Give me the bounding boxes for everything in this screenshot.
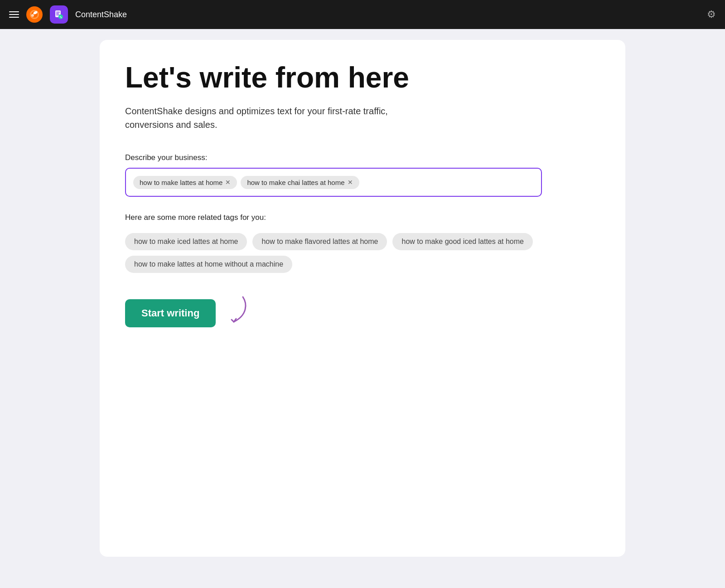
- tag-1: how to make lattes at home ✕: [133, 176, 237, 189]
- page-title: Let's write from here: [125, 62, 600, 93]
- arrow-decoration: [216, 295, 252, 326]
- main-content: Let's write from here ContentShake desig…: [0, 29, 725, 588]
- tag-1-remove[interactable]: ✕: [225, 179, 231, 185]
- navbar: ✎ ContentShake ⚙: [0, 0, 725, 29]
- tag-2-label: how to make chai lattes at home: [247, 179, 344, 186]
- main-card: Let's write from here ContentShake desig…: [100, 40, 625, 557]
- svg-text:✎: ✎: [59, 15, 63, 19]
- tags-input[interactable]: how to make lattes at home ✕ how to make…: [125, 168, 542, 197]
- svg-point-0: [26, 6, 43, 23]
- svg-rect-5: [56, 12, 60, 13]
- settings-icon[interactable]: ⚙: [707, 9, 716, 20]
- app-name: ContentShake: [75, 10, 127, 19]
- page-subtitle: ContentShake designs and optimizes text …: [125, 104, 388, 131]
- suggestion-tags-container: how to make iced lattes at home how to m…: [125, 233, 600, 273]
- svg-point-2: [31, 14, 34, 17]
- navbar-left: ✎ ContentShake: [9, 5, 127, 24]
- app-icon: ✎: [50, 5, 68, 24]
- semrush-logo[interactable]: [26, 6, 43, 23]
- suggestion-tag-1[interactable]: how to make iced lattes at home: [125, 233, 247, 250]
- related-tags-label: Here are some more related tags for you:: [125, 213, 600, 222]
- business-label: Describe your business:: [125, 153, 600, 162]
- suggestion-tag-3[interactable]: how to make good iced lattes at home: [392, 233, 533, 250]
- navbar-right: ⚙: [707, 9, 716, 20]
- suggestion-tag-4[interactable]: how to make lattes at home without a mac…: [125, 256, 292, 273]
- tag-2-remove[interactable]: ✕: [348, 179, 353, 185]
- tag-1-label: how to make lattes at home: [140, 179, 222, 186]
- suggestion-tag-2[interactable]: how to make flavored lattes at home: [252, 233, 387, 250]
- svg-rect-6: [56, 13, 59, 14]
- tag-2: how to make chai lattes at home ✕: [241, 176, 359, 189]
- start-writing-button[interactable]: Start writing: [125, 299, 216, 327]
- hamburger-menu-icon[interactable]: [9, 11, 19, 18]
